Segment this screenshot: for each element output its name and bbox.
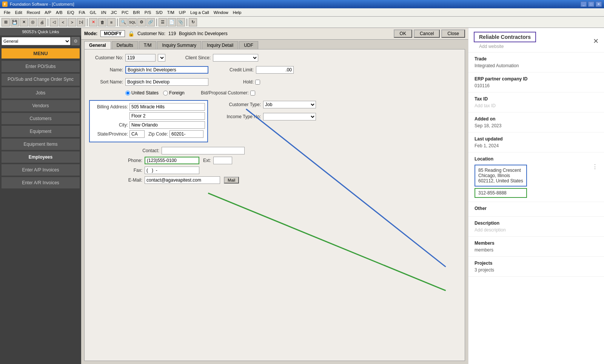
menu-ab[interactable]: A/B — [54, 9, 65, 15]
tax-add[interactable]: Add tax ID — [475, 103, 598, 108]
panel-close-button[interactable]: ✕ — [593, 37, 599, 45]
zip-input[interactable] — [169, 130, 203, 138]
maximize-button[interactable]: □ — [588, 2, 594, 7]
customer-no-input[interactable] — [125, 54, 156, 62]
tab-inquiry-detail[interactable]: Inquiry Detail — [202, 41, 238, 49]
sidebar-item-po-sync[interactable]: PO/Sub and Change Order Sync — [2, 74, 80, 86]
description-label: Description — [475, 221, 598, 226]
window-close-button[interactable]: ✕ — [596, 2, 602, 7]
radio-foreign[interactable] — [163, 91, 168, 96]
name-input[interactable] — [125, 66, 208, 74]
email-row: E-Mail: Mail — [125, 176, 460, 184]
sort-name-input[interactable] — [125, 78, 208, 86]
billing-addr-1-input[interactable] — [129, 103, 205, 111]
menu-ps[interactable]: P/S — [142, 9, 154, 15]
tb-attach-icon[interactable]: 📎 — [177, 18, 185, 26]
description-add[interactable]: Add description — [475, 227, 598, 233]
tb-refresh-icon[interactable]: ↻ — [189, 18, 197, 26]
email-input[interactable] — [145, 176, 220, 184]
tb-doc-icon[interactable]: 📄 — [168, 18, 176, 26]
contact-input[interactable] — [162, 147, 245, 154]
tab-udf[interactable]: UDF — [239, 41, 258, 49]
menu-in[interactable]: I/N — [99, 9, 108, 15]
customer-no-select[interactable] — [158, 54, 165, 62]
menu-tm[interactable]: T/M — [165, 9, 177, 15]
menu-gl[interactable]: G/L — [88, 9, 99, 15]
ext-input[interactable] — [213, 157, 232, 164]
tb-link-icon[interactable]: 🔗 — [146, 18, 155, 26]
tb-list2-icon[interactable]: ☰ — [159, 18, 167, 26]
menu-record[interactable]: Record — [25, 9, 42, 15]
location-more-icon[interactable]: ⋮ — [592, 163, 598, 170]
tab-inquiry-summary[interactable]: Inquiry Summary — [157, 41, 201, 49]
tb-grid-icon[interactable]: ⊞ — [2, 18, 10, 26]
tb-back-icon[interactable]: ◁ — [50, 18, 58, 26]
tb-sql-icon[interactable]: SQL — [128, 18, 137, 26]
menu-ap[interactable]: A/P — [42, 9, 54, 15]
radio-foreign-label[interactable]: Foreign — [163, 90, 185, 96]
menu-up[interactable]: U/P — [177, 9, 188, 15]
tb-trash-icon[interactable]: 🗑 — [98, 18, 106, 26]
mode-bar: Mode: MODIFY 🔒 Customer No: 119 Bogisich… — [81, 28, 468, 40]
billing-addr-2-input[interactable] — [129, 112, 205, 120]
tb-save-icon[interactable]: 💾 — [11, 18, 19, 26]
tb-next-icon[interactable]: > — [68, 18, 76, 26]
sidebar-item-equipment[interactable]: Equipment — [2, 126, 80, 137]
tb-delete-icon[interactable]: ✕ — [89, 18, 97, 26]
menu-br[interactable]: B/R — [131, 9, 142, 15]
bid-customer-checkbox[interactable] — [250, 91, 255, 96]
menu-window[interactable]: Window — [211, 9, 231, 15]
sidebar-item-equipment-items[interactable]: Equipment Items — [2, 139, 80, 150]
menu-sd[interactable]: S/D — [153, 9, 165, 15]
company-name-button[interactable]: Reliable Contractors — [474, 32, 536, 42]
phone-input[interactable] — [145, 157, 199, 164]
sidebar-item-customers[interactable]: Customers — [2, 113, 80, 124]
tab-tm[interactable]: T/M — [139, 41, 157, 49]
tb-search-icon[interactable]: 🔍 — [119, 18, 128, 26]
tb-list-icon[interactable]: ≡ — [107, 18, 116, 26]
credit-limit-input[interactable] — [256, 66, 294, 74]
radio-us[interactable] — [125, 91, 130, 96]
tab-defaults[interactable]: Defaults — [112, 41, 138, 49]
cancel-button[interactable]: Cancel — [414, 29, 440, 38]
ok-button[interactable]: OK — [394, 29, 412, 38]
tb-close-icon[interactable]: ✕ — [20, 18, 28, 26]
window-controls[interactable]: _ □ ✕ — [581, 2, 602, 7]
menu-jc[interactable]: J/C — [109, 9, 120, 15]
menu-help[interactable]: Help — [231, 9, 244, 15]
tb-prev-icon[interactable]: < — [59, 18, 67, 26]
tb-print-icon[interactable]: 🖨 — [38, 18, 46, 26]
menu-log-call[interactable]: Log a Call — [188, 9, 211, 15]
menu-fa[interactable]: F/A — [77, 9, 88, 15]
add-website-link[interactable]: Add website — [474, 42, 509, 51]
sidebar-item-employees[interactable]: Employees — [2, 151, 80, 163]
menu-eq[interactable]: E/Q — [65, 9, 77, 15]
minimize-button[interactable]: _ — [581, 2, 587, 7]
hold-checkbox[interactable] — [255, 80, 260, 85]
income-type-select[interactable] — [263, 113, 316, 120]
sidebar-category-select[interactable]: General — [2, 37, 71, 45]
city-input[interactable] — [129, 121, 205, 129]
tb-location-icon[interactable]: ◎ — [29, 18, 37, 26]
sidebar-item-jobs[interactable]: Jobs — [2, 87, 80, 99]
close-button[interactable]: Close — [441, 29, 465, 38]
menu-pc[interactable]: P/C — [119, 9, 131, 15]
client-since-select[interactable] — [213, 54, 258, 62]
sidebar-gear-icon[interactable]: ⚙ — [71, 37, 80, 45]
trade-section: Trade Integrated Automation — [468, 52, 604, 72]
sidebar-item-ap-invoices[interactable]: Enter A/P Invoices — [2, 164, 80, 176]
customer-type-select[interactable]: Job — [263, 101, 316, 108]
menu-button[interactable]: MENU — [2, 48, 80, 59]
tb-last-icon[interactable]: ▷| — [77, 18, 85, 26]
sidebar-item-enter-po[interactable]: Enter PO/Subs — [2, 61, 80, 72]
tab-general[interactable]: General — [84, 41, 111, 49]
sidebar-item-vendors[interactable]: Vendors — [2, 100, 80, 111]
state-input[interactable] — [129, 130, 145, 138]
mail-button[interactable]: Mail — [224, 177, 239, 184]
menu-file[interactable]: File — [2, 9, 13, 15]
radio-us-label[interactable]: United States — [125, 90, 159, 96]
tb-filter-icon[interactable]: ⚙ — [137, 18, 146, 26]
fax-input[interactable] — [145, 167, 199, 174]
sidebar-item-ar-invoices[interactable]: Enter A/R Invoices — [2, 177, 80, 188]
menu-edit[interactable]: Edit — [13, 9, 25, 15]
